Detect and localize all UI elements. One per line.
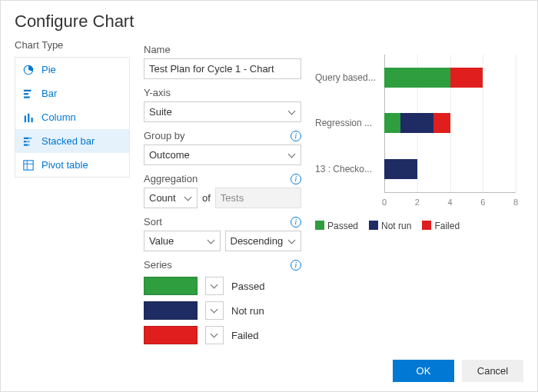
sort-label: Sort bbox=[144, 216, 162, 228]
stacked-bar-chart: Query based...Regression ...13 : Checko.… bbox=[315, 55, 523, 216]
svg-rect-9 bbox=[24, 141, 27, 142]
bar-segment bbox=[384, 113, 400, 133]
info-icon[interactable]: i bbox=[291, 174, 301, 184]
svg-rect-7 bbox=[24, 137, 28, 138]
axis-tick: 6 bbox=[480, 198, 485, 207]
axis-tick: 8 bbox=[513, 198, 518, 207]
aggregation-of-label: of bbox=[202, 192, 211, 204]
chart-type-column[interactable]: Column bbox=[15, 105, 129, 129]
sort-direction-select[interactable]: Descending bbox=[225, 231, 302, 251]
legend-swatch bbox=[422, 221, 431, 230]
legend-item: Passed bbox=[315, 221, 358, 231]
chart-type-list: Pie Bar Column bbox=[15, 57, 130, 178]
bar-segment bbox=[384, 68, 450, 88]
name-label: Name bbox=[144, 44, 301, 55]
svg-rect-12 bbox=[28, 144, 30, 145]
bar-segment bbox=[384, 159, 417, 179]
svg-rect-6 bbox=[32, 118, 33, 122]
info-icon[interactable]: i bbox=[291, 217, 301, 228]
chevron-down-icon bbox=[210, 331, 218, 338]
svg-rect-13 bbox=[24, 160, 33, 169]
chevron-down-icon bbox=[184, 193, 192, 201]
series-row-notrun: Not run bbox=[144, 301, 301, 320]
series-row-passed: Passed bbox=[144, 277, 301, 295]
chart-config-form: Name Y-axis Suite Group by i Outcome Agg… bbox=[144, 39, 301, 350]
svg-rect-4 bbox=[25, 115, 26, 122]
axis-tick: 0 bbox=[382, 198, 387, 207]
stacked-bar bbox=[384, 113, 516, 133]
pivot-table-icon bbox=[23, 160, 34, 171]
yaxis-label: Y-axis bbox=[144, 87, 301, 98]
chart-type-item-label: Column bbox=[42, 111, 76, 123]
series-name: Not run bbox=[231, 305, 264, 317]
series-color-picker[interactable] bbox=[205, 277, 224, 295]
chart-type-item-label: Pie bbox=[42, 64, 56, 75]
svg-rect-1 bbox=[24, 89, 32, 91]
stacked-bar bbox=[384, 68, 516, 88]
series-row-failed: Failed bbox=[144, 326, 301, 344]
groupby-value: Outcome bbox=[149, 149, 190, 161]
bar-segment bbox=[400, 113, 433, 133]
svg-rect-10 bbox=[26, 141, 29, 142]
chart-type-item-label: Pivot table bbox=[42, 159, 88, 171]
chart-legend: PassedNot runFailed bbox=[315, 221, 523, 231]
info-icon[interactable]: i bbox=[291, 260, 301, 271]
bar-segment bbox=[433, 113, 450, 133]
chart-preview: Query based...Regression ...13 : Checko.… bbox=[315, 39, 523, 350]
column-icon bbox=[23, 112, 34, 123]
legend-swatch bbox=[315, 221, 324, 230]
bar-segment bbox=[450, 68, 483, 88]
sort-by-select[interactable]: Value bbox=[144, 231, 221, 251]
chart-type-label: Chart Type bbox=[15, 39, 130, 51]
axis-tick: 2 bbox=[415, 198, 420, 207]
stacked-bar bbox=[384, 159, 516, 179]
aggregation-label: Aggregation bbox=[144, 173, 198, 184]
aggregation-field-readonly: Tests bbox=[215, 188, 301, 208]
series-label: Series bbox=[144, 259, 172, 271]
category-label: Query based... bbox=[315, 72, 380, 83]
series-name: Passed bbox=[231, 281, 264, 292]
cancel-button[interactable]: Cancel bbox=[462, 360, 523, 382]
legend-item: Not run bbox=[369, 221, 411, 231]
bar-icon bbox=[23, 88, 34, 99]
chart-type-pie[interactable]: Pie bbox=[15, 58, 129, 81]
chevron-down-icon bbox=[207, 236, 214, 244]
ok-button[interactable]: OK bbox=[393, 360, 454, 382]
chevron-down-icon bbox=[288, 107, 296, 115]
series-color-swatch bbox=[144, 277, 198, 295]
chart-type-item-label: Bar bbox=[42, 88, 57, 99]
groupby-select[interactable]: Outcome bbox=[144, 145, 301, 165]
series-name: Failed bbox=[231, 330, 258, 341]
aggregation-value: Count bbox=[149, 192, 176, 204]
name-input[interactable] bbox=[144, 58, 301, 79]
chart-type-stacked-bar[interactable]: Stacked bar bbox=[15, 129, 129, 153]
category-label: 13 : Checko... bbox=[315, 164, 380, 174]
yaxis-value: Suite bbox=[149, 106, 172, 118]
chart-type-sidebar: Chart Type Pie Bar bbox=[15, 39, 130, 350]
series-color-picker[interactable] bbox=[205, 326, 224, 344]
dialog-title: Configure Chart bbox=[1, 1, 537, 39]
legend-item: Failed bbox=[422, 221, 460, 231]
aggregation-select[interactable]: Count bbox=[144, 188, 198, 208]
series-color-swatch bbox=[144, 326, 198, 344]
svg-rect-5 bbox=[28, 113, 29, 121]
series-color-picker[interactable] bbox=[205, 301, 224, 320]
svg-rect-8 bbox=[28, 137, 32, 138]
series-color-swatch bbox=[144, 301, 198, 320]
dialog-footer: OK Cancel bbox=[1, 350, 537, 391]
chevron-down-icon bbox=[210, 306, 218, 314]
svg-rect-11 bbox=[24, 144, 28, 145]
sort-direction-value: Descending bbox=[231, 235, 284, 247]
yaxis-select[interactable]: Suite bbox=[144, 101, 301, 122]
dialog-body: Chart Type Pie Bar bbox=[1, 39, 537, 350]
chart-type-bar[interactable]: Bar bbox=[15, 81, 129, 105]
chart-type-pivot-table[interactable]: Pivot table bbox=[15, 153, 129, 177]
chevron-down-icon bbox=[288, 150, 296, 158]
axis-tick: 4 bbox=[447, 198, 452, 207]
sort-by-value: Value bbox=[149, 235, 174, 247]
configure-chart-dialog: Configure Chart Chart Type Pie Bar bbox=[1, 1, 537, 391]
chevron-down-icon bbox=[288, 236, 296, 244]
groupby-label: Group by bbox=[144, 130, 184, 141]
chevron-down-icon bbox=[210, 281, 218, 289]
info-icon[interactable]: i bbox=[291, 131, 301, 141]
